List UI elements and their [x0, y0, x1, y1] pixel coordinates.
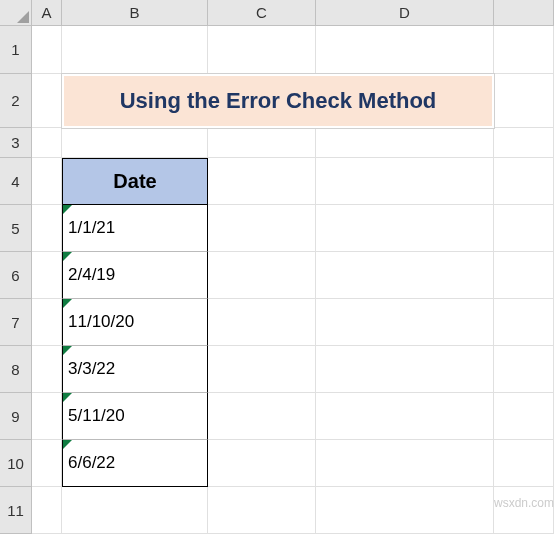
cell-a7[interactable]: [32, 299, 62, 346]
cell-e10[interactable]: [494, 440, 554, 487]
cell-a4[interactable]: [32, 158, 62, 205]
cell-e3[interactable]: [494, 128, 554, 158]
cell-d7[interactable]: [316, 299, 494, 346]
cell-c6[interactable]: [208, 252, 316, 299]
cell-e4[interactable]: [494, 158, 554, 205]
row-header-11[interactable]: 11: [0, 487, 32, 534]
cell-a1[interactable]: [32, 26, 62, 74]
cell-e7[interactable]: [494, 299, 554, 346]
cell-d5[interactable]: [316, 205, 494, 252]
cell-a5[interactable]: [32, 205, 62, 252]
table-row[interactable]: 1/1/21: [62, 205, 208, 252]
table-row[interactable]: 11/10/20: [62, 299, 208, 346]
cell-value: 5/11/20: [68, 406, 125, 426]
row-header-9[interactable]: 9: [0, 393, 32, 440]
cell-a6[interactable]: [32, 252, 62, 299]
cell-e6[interactable]: [494, 252, 554, 299]
row-header-1[interactable]: 1: [0, 26, 32, 74]
cell-a8[interactable]: [32, 346, 62, 393]
cell-c1[interactable]: [208, 26, 316, 74]
cell-value: 2/4/19: [68, 265, 115, 285]
cell-c5[interactable]: [208, 205, 316, 252]
title-banner[interactable]: Using the Error Check Method: [62, 74, 494, 128]
row-header-7[interactable]: 7: [0, 299, 32, 346]
watermark: wsxdn.com: [494, 496, 554, 510]
cell-value: 3/3/22: [68, 359, 115, 379]
row-header-2[interactable]: 2: [0, 74, 32, 128]
table-header-date[interactable]: Date: [62, 158, 208, 205]
table-row[interactable]: 5/11/20: [62, 393, 208, 440]
table-row[interactable]: 6/6/22: [62, 440, 208, 487]
cell-e5[interactable]: [494, 205, 554, 252]
cell-value: 6/6/22: [68, 453, 115, 473]
cell-b3[interactable]: [62, 128, 208, 158]
cell-d6[interactable]: [316, 252, 494, 299]
cell-d4[interactable]: [316, 158, 494, 205]
title-text: Using the Error Check Method: [120, 88, 437, 114]
row-header-5[interactable]: 5: [0, 205, 32, 252]
cell-c11[interactable]: [208, 487, 316, 534]
cell-e8[interactable]: [494, 346, 554, 393]
cell-c8[interactable]: [208, 346, 316, 393]
cell-c3[interactable]: [208, 128, 316, 158]
row-header-10[interactable]: 10: [0, 440, 32, 487]
col-header-c[interactable]: C: [208, 0, 316, 26]
cell-d9[interactable]: [316, 393, 494, 440]
cell-d11[interactable]: [316, 487, 494, 534]
cell-c4[interactable]: [208, 158, 316, 205]
cell-value: 1/1/21: [68, 218, 115, 238]
col-header-e[interactable]: [494, 0, 554, 26]
row-header-3[interactable]: 3: [0, 128, 32, 158]
cell-a10[interactable]: [32, 440, 62, 487]
cell-e2[interactable]: [494, 74, 554, 128]
cell-d10[interactable]: [316, 440, 494, 487]
cell-c9[interactable]: [208, 393, 316, 440]
cell-b1[interactable]: [62, 26, 208, 74]
row-header-6[interactable]: 6: [0, 252, 32, 299]
cell-a11[interactable]: [32, 487, 62, 534]
table-header-label: Date: [113, 170, 156, 193]
cell-e11[interactable]: [494, 487, 554, 534]
cell-a3[interactable]: [32, 128, 62, 158]
cell-value: 11/10/20: [68, 312, 134, 332]
col-header-b[interactable]: B: [62, 0, 208, 26]
select-all-corner[interactable]: [0, 0, 32, 26]
cell-e1[interactable]: [494, 26, 554, 74]
cell-e9[interactable]: [494, 393, 554, 440]
cell-b11[interactable]: [62, 487, 208, 534]
data-table: Date 1/1/21 2/4/19 11/10/20 3/3/22 5/11/…: [62, 158, 208, 487]
table-row[interactable]: 3/3/22: [62, 346, 208, 393]
row-header-8[interactable]: 8: [0, 346, 32, 393]
cell-c10[interactable]: [208, 440, 316, 487]
row-header-4[interactable]: 4: [0, 158, 32, 205]
cell-d8[interactable]: [316, 346, 494, 393]
cell-c7[interactable]: [208, 299, 316, 346]
cell-a2[interactable]: [32, 74, 62, 128]
cell-d3[interactable]: [316, 128, 494, 158]
col-header-a[interactable]: A: [32, 0, 62, 26]
cell-d1[interactable]: [316, 26, 494, 74]
col-header-d[interactable]: D: [316, 0, 494, 26]
cell-a9[interactable]: [32, 393, 62, 440]
table-row[interactable]: 2/4/19: [62, 252, 208, 299]
